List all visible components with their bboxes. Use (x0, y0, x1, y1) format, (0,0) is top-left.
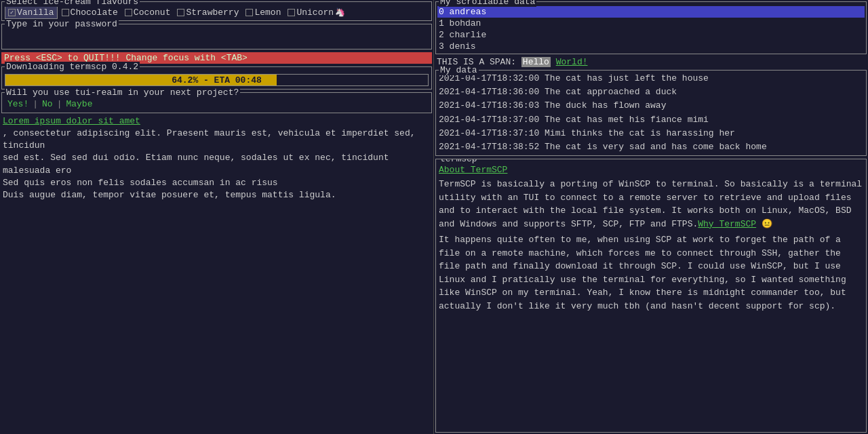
mydata-row-5: 2021-04-17T18:38:52 The cat is very sad … (437, 140, 865, 154)
span-world: World! (556, 57, 588, 67)
download-section-title: Downloading termscp 0.4.2 (5, 62, 140, 72)
radio-section-title: Will you use tui-realm in your next proj… (5, 87, 240, 98)
checkbox-box-vanilla (8, 9, 16, 16)
checkbox-strawberry[interactable]: Strawberry (174, 6, 241, 19)
why-termscp-link[interactable]: Why TermSCP (698, 219, 756, 229)
password-section-title: Type in your password (5, 19, 119, 29)
checkbox-chocolate[interactable]: Chocolate (59, 6, 121, 19)
checkbox-box-strawberry (177, 9, 184, 16)
lorem-section: Lorem ipsum dolor sit amet , consectetur… (0, 113, 433, 434)
span-section: THIS IS A SPAN: Hello World! (434, 54, 868, 68)
checkbox-section-title: Select ice-cream flavours (5, 0, 140, 7)
termscp-body-intro: TermSCP is basically a porting of WinSCP… (439, 178, 863, 231)
mydata-row-3: 2021-04-17T18:37:00 The cat has met his … (437, 113, 865, 127)
radio-no[interactable]: No (39, 98, 56, 110)
radio-sep-2: | (56, 99, 64, 109)
scroll-list-item-0[interactable]: 0 andreas (437, 6, 865, 18)
checkbox-box-lemon (245, 9, 253, 16)
scrollable-section-title: My scrollable data (439, 0, 536, 7)
radio-yes-label: Yes! (7, 99, 28, 109)
checkbox-unicorn[interactable]: Unicorn 🦄 (285, 6, 348, 19)
checkbox-label-strawberry: Strawberry (186, 7, 239, 18)
mydata-section-title: My data (439, 65, 479, 75)
unicorn-icon: 🦄 (335, 7, 345, 18)
checkbox-label-vanilla: Vanilla (17, 7, 54, 18)
checkbox-box-chocolate (62, 9, 69, 16)
checkbox-vanilla[interactable]: Vanilla (5, 6, 58, 19)
scroll-list-item-3[interactable]: 3 denis (437, 41, 865, 52)
mydata-row-2: 2021-04-17T18:36:03 The duck has flown a… (437, 99, 865, 113)
radio-maybe-label: Maybe (66, 99, 92, 109)
checkbox-coconut[interactable]: Coconut (122, 6, 174, 19)
lorem-body: , consectetur adipiscing elit. Praesent … (3, 127, 431, 201)
lorem-title: Lorem ipsum dolor sit amet (3, 116, 431, 126)
checkbox-label-coconut: Coconut (134, 7, 171, 18)
checkbox-label-unicorn: Unicorn (296, 7, 334, 18)
why-emoji: 😐 (762, 219, 772, 229)
checkbox-section: Select ice-cream flavours Vanilla Chocol… (1, 1, 432, 21)
radio-no-label: No (42, 99, 53, 109)
scroll-list-item-2[interactable]: 2 charlie (437, 29, 865, 41)
scroll-list: 0 andreas 1 bohdan 2 charlie 3 denis (436, 5, 866, 54)
checkbox-box-coconut (125, 9, 132, 16)
progress-bar-container: 64.2% - ETA 00:48 (5, 74, 429, 86)
mydata-row-0: 2021-04-17T18:32:00 The cat has just lef… (437, 72, 865, 85)
span-hello: Hello (521, 57, 551, 67)
mydata-row-4: 2021-04-17T18:37:10 Mimi thinks the cat … (437, 127, 865, 140)
password-section: Type in your password (1, 24, 432, 50)
scrollable-section: My scrollable data 0 andreas 1 bohdan 2 … (435, 1, 867, 54)
checkbox-row: Vanilla Chocolate Coconut Strawberry Lem… (5, 6, 429, 19)
progress-bar-text: 64.2% - ETA 00:48 (5, 75, 428, 85)
checkbox-lemon[interactable]: Lemon (243, 6, 283, 19)
download-section: Downloading termscp 0.4.2 64.2% - ETA 00… (1, 66, 432, 90)
right-panel: My scrollable data 0 andreas 1 bohdan 2 … (434, 0, 868, 434)
termscp-section: termscp About TermSCP TermSCP is basical… (435, 159, 867, 433)
scroll-list-item-1[interactable]: 1 bohdan (437, 18, 865, 29)
about-termscp-link[interactable]: About TermSCP (439, 165, 863, 175)
termscp-body-main: It happens quite often to me, when using… (439, 233, 863, 313)
radio-row: Yes! | No | Maybe (5, 98, 429, 110)
termscp-section-title: termscp (439, 159, 479, 164)
checkbox-box-unicorn (288, 9, 295, 16)
radio-sep-1: | (31, 99, 39, 109)
radio-section: Will you use tui-realm in your next proj… (1, 92, 432, 113)
radio-yes[interactable]: Yes! (5, 98, 31, 110)
termscp-intro-text: TermSCP is basically a porting of WinSCP… (439, 179, 862, 229)
left-panel: Select ice-cream flavours Vanilla Chocol… (0, 0, 434, 434)
mydata-section: My data 2021-04-17T18:32:00 The cat has … (435, 70, 867, 156)
checkbox-label-lemon: Lemon (254, 7, 281, 18)
radio-maybe[interactable]: Maybe (63, 98, 95, 110)
checkbox-label-chocolate: Chocolate (71, 7, 118, 18)
mydata-row-1: 2021-04-17T18:36:00 The cat approached a… (437, 85, 865, 99)
